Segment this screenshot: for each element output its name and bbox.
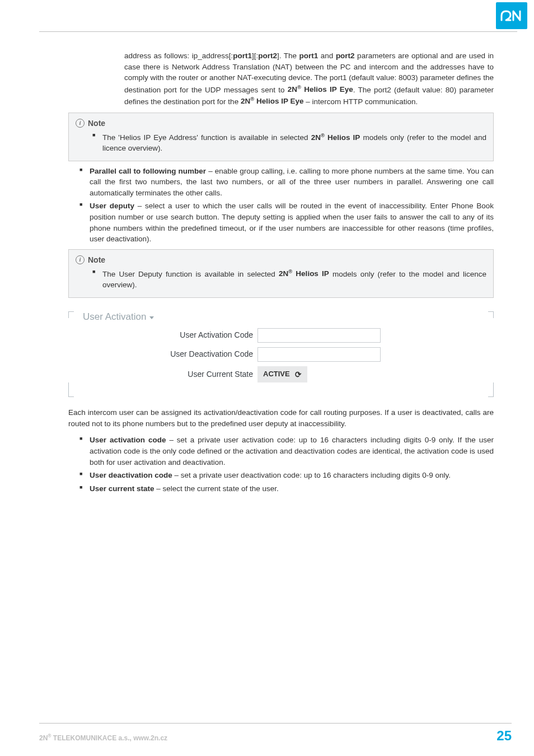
page-footer: 2N® TELEKOMUNIKACE a.s., www.2n.cz 25	[39, 723, 512, 744]
page-content: address as follows: ip_address[:port1][:…	[68, 50, 494, 496]
note1-item: The 'Helios IP Eye Address' function is …	[102, 131, 486, 154]
2n-logo-icon	[500, 8, 523, 24]
toggle-icon: ⟳	[294, 368, 301, 381]
page-number: 25	[496, 728, 512, 744]
note-label: Note	[88, 254, 105, 265]
bullet-current-state: User current state – select the current …	[90, 483, 494, 494]
info-icon: i	[76, 255, 85, 264]
state-value: ACTIVE	[263, 369, 290, 380]
footer-company: 2N® TELEKOMUNIKACE a.s., www.2n.cz	[39, 733, 167, 742]
brand-logo	[496, 2, 527, 29]
bullet-parallel-call: Parallel call to following number – enab…	[90, 166, 494, 199]
description-paragraph: Each intercom user can be assigned its a…	[68, 407, 494, 429]
note-box-2: i Note The User Deputy function is avail…	[68, 249, 494, 298]
info-icon: i	[76, 119, 85, 128]
activation-code-input[interactable]	[257, 328, 381, 343]
fieldset-legend[interactable]: User Activation	[79, 310, 157, 324]
note-heading: i Note	[76, 254, 486, 265]
note-box-1: i Note The 'Helios IP Eye Address' funct…	[68, 113, 494, 161]
fieldset-legend-label: User Activation	[83, 310, 146, 324]
user-activation-fieldset: User Activation User Activation Code Use…	[68, 311, 494, 398]
header	[0, 0, 534, 30]
note-label: Note	[88, 118, 105, 129]
bullet-deactivation-code: User deactivation code – set a private u…	[90, 470, 494, 481]
note2-item: The User Deputy function is available in…	[102, 268, 486, 291]
bullet-activation-code: User activation code – set a private use…	[90, 435, 494, 468]
current-state-toggle[interactable]: ACTIVE ⟳	[257, 366, 307, 383]
note-heading: i Note	[76, 118, 486, 129]
chevron-down-icon	[149, 316, 154, 319]
intro-paragraph: address as follows: ip_address[:port1][:…	[124, 50, 494, 107]
current-state-label: User Current State	[78, 368, 257, 380]
bullet-user-deputy: User deputy – select a user to which the…	[90, 200, 494, 244]
header-divider	[39, 31, 517, 32]
deactivation-code-label: User Deactivation Code	[78, 348, 257, 360]
deactivation-code-input[interactable]	[257, 347, 381, 362]
activation-code-label: User Activation Code	[78, 329, 257, 340]
